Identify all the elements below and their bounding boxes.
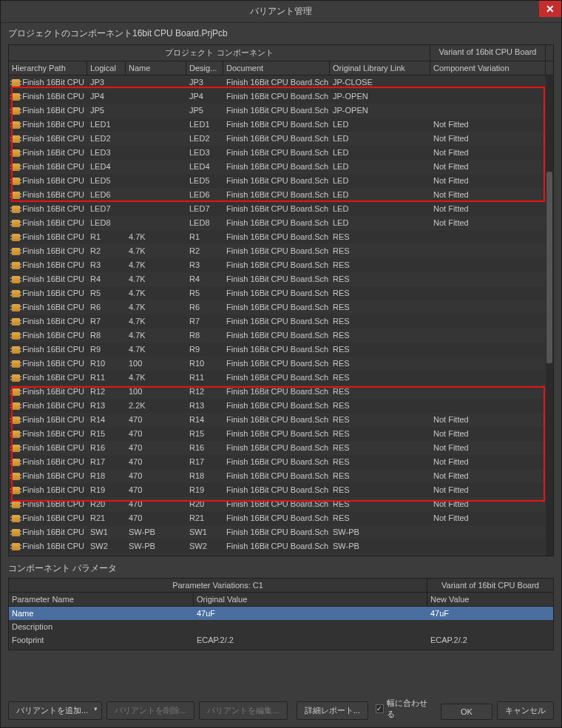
table-row[interactable]: Finish 16Bit CPUR20470R20Finish 16Bit CP…	[9, 497, 553, 511]
table-row[interactable]: Finish 16Bit CPUR44.7KR4Finish 16Bit CPU…	[9, 272, 553, 286]
table-row[interactable]: Finish 16Bit CPUR17470R17Finish 16Bit CP…	[9, 455, 553, 469]
param-row[interactable]: Description	[9, 620, 553, 633]
cell-original-library-link: LED	[330, 188, 430, 202]
cell-component-variation: Not Fitted	[430, 174, 546, 188]
cell-designator: R19	[186, 483, 223, 497]
cell-hierarchy: Finish 16Bit CPU	[9, 258, 87, 272]
variant-manager-window: バリアント管理 ✕ プロジェクトのコンポーネント16bit CPU Board.…	[0, 0, 562, 728]
component-icon	[12, 515, 20, 522]
param-band-row: Parameter Variations: C1 Variant of 16bi…	[9, 579, 553, 593]
table-row[interactable]: Finish 16Bit CPUR54.7KR5Finish 16Bit CPU…	[9, 286, 553, 300]
table-row[interactable]: Finish 16Bit CPUR14470R14Finish 16Bit CP…	[9, 413, 553, 427]
ok-button[interactable]: OK	[441, 704, 492, 720]
param-row[interactable]: FootprintECAP.2/.2ECAP.2/.2	[9, 633, 553, 647]
table-row[interactable]: Finish 16Bit CPUSW2SW-PBSW2Finish 16Bit …	[9, 539, 553, 553]
cell-logical: R3	[87, 258, 126, 272]
param-rows[interactable]: Name47uF47uFDescriptionFootprintECAP.2/.…	[9, 607, 553, 650]
cell-original-library-link: RES	[330, 441, 430, 455]
cell-name	[126, 90, 186, 104]
fit-width-checkbox[interactable]: ✓ 幅に合わせる	[376, 698, 433, 720]
table-row[interactable]: Finish 16Bit CPULED4LED4Finish 16Bit CPU…	[9, 160, 553, 174]
table-row[interactable]: Finish 16Bit CPUR94.7KR9Finish 16Bit CPU…	[9, 343, 553, 357]
pcell-new: ECAP.2/.2	[427, 633, 553, 647]
cell-component-variation	[430, 553, 546, 556]
add-variant-button[interactable]: バリアントを追加...	[8, 701, 102, 720]
param-column-headers[interactable]: Parameter Name Original Value New Value	[9, 593, 553, 607]
grid-band-row: プロジェクト コンポーネント Variant of 16bit CPU Boar…	[9, 45, 553, 61]
cancel-button[interactable]: キャンセル	[497, 701, 554, 720]
table-row[interactable]: Finish 16Bit CPUR18470R18Finish 16Bit CP…	[9, 469, 553, 483]
col-name[interactable]: Name	[126, 61, 186, 75]
table-row[interactable]: Finish 16Bit CPUR15470R15Finish 16Bit CP…	[9, 427, 553, 441]
table-row[interactable]: Finish 16Bit CPUR34.7KR3Finish 16Bit CPU…	[9, 258, 553, 272]
table-row[interactable]: Finish 16Bit CPULED6LED6Finish 16Bit CPU…	[9, 188, 553, 202]
table-row[interactable]: Finish 16Bit CPULED5LED5Finish 16Bit CPU…	[9, 174, 553, 188]
table-row[interactable]: Finish 16Bit CPULED7LED7Finish 16Bit CPU…	[9, 202, 553, 216]
cell-logical: SW1	[87, 525, 126, 539]
pcol-new-value[interactable]: New Value	[427, 593, 553, 606]
table-row[interactable]: Finish 16Bit CPUR24.7KR2Finish 16Bit CPU…	[9, 244, 553, 258]
cell-document: Finish 16Bit CPU Board.Sch	[223, 413, 330, 427]
cell-hierarchy: Finish 16Bit CPU	[9, 160, 87, 174]
table-row[interactable]: Finish 16Bit CPUR74.7KR7Finish 16Bit CPU…	[9, 314, 553, 328]
col-hierarchy-path[interactable]: Hierarchy Path	[9, 61, 87, 75]
table-row[interactable]: Finish 16Bit CPULED1LED1Finish 16Bit CPU…	[9, 118, 553, 132]
table-row[interactable]: Finish 16Bit CPUR16470R16Finish 16Bit CP…	[9, 441, 553, 455]
component-icon	[12, 529, 20, 536]
grid-column-headers[interactable]: Hierarchy Path Logical Name Desig... Doc…	[9, 61, 553, 75]
table-row[interactable]: Finish 16Bit CPUJP3JP3Finish 16Bit CPU B…	[9, 75, 553, 90]
component-icon	[12, 262, 20, 269]
col-designator[interactable]: Desig...	[186, 61, 223, 75]
table-row[interactable]: Finish 16Bit CPULED2LED2Finish 16Bit CPU…	[9, 132, 553, 146]
table-row[interactable]: Finish 16Bit CPUR84.7KR8Finish 16Bit CPU…	[9, 328, 553, 343]
table-row[interactable]: Finish 16Bit CPUR64.7KR6Finish 16Bit CPU…	[9, 300, 553, 314]
cell-original-library-link: RES	[330, 427, 430, 441]
table-row[interactable]: Finish 16Bit CPUJP4JP4Finish 16Bit CPU B…	[9, 90, 553, 104]
param-row[interactable]: Name47uF47uF	[9, 607, 553, 620]
col-document[interactable]: Document	[223, 61, 330, 75]
cell-document: Finish 16Bit CPU Board.Sch	[223, 343, 330, 357]
vertical-scrollbar[interactable]	[546, 75, 553, 556]
cell-component-variation: Not Fitted	[430, 202, 546, 216]
col-logical[interactable]: Logical	[87, 61, 126, 75]
table-row[interactable]: Finish 16Bit CPULED3LED3Finish 16Bit CPU…	[9, 146, 553, 160]
pcol-original-value[interactable]: Original Value	[194, 593, 427, 606]
cell-name: 4.7K	[126, 343, 186, 357]
table-row[interactable]: Finish 16Bit CPUR114.7KR11Finish 16Bit C…	[9, 371, 553, 385]
col-component-variation[interactable]: Component Variation	[430, 61, 546, 75]
table-row[interactable]: Finish 16Bit CPUR21470R21Finish 16Bit CP…	[9, 511, 553, 525]
detailed-report-button[interactable]: 詳細レポート...	[297, 701, 368, 720]
cell-component-variation	[430, 244, 546, 258]
cell-hierarchy: Finish 16Bit CPU	[9, 132, 87, 146]
cell-name: 4.7K	[126, 328, 186, 343]
table-row[interactable]: Finish 16Bit CPUR12100R12Finish 16Bit CP…	[9, 385, 553, 399]
table-row[interactable]: Finish 16Bit CPUR19470R19Finish 16Bit CP…	[9, 483, 553, 497]
window-title: バリアント管理	[1, 5, 561, 18]
cell-logical: R7	[87, 314, 126, 328]
table-row[interactable]: Finish 16Bit CPUJP5JP5Finish 16Bit CPU B…	[9, 104, 553, 118]
col-original-library-link[interactable]: Original Library Link	[330, 61, 430, 75]
table-row[interactable]: Finish 16Bit CPUR132.2KR13Finish 16Bit C…	[9, 399, 553, 413]
cell-designator: LED8	[186, 216, 223, 230]
cell-name: 470	[126, 427, 186, 441]
cell-designator: LED4	[186, 160, 223, 174]
scrollbar-thumb[interactable]	[546, 172, 552, 364]
table-row[interactable]: Finish 16Bit CPUSW1SW-PBSW1Finish 16Bit …	[9, 525, 553, 539]
table-row[interactable]: Finish 16Bit CPUU1M3062FGAFPU1Finish 16B…	[9, 553, 553, 556]
cell-original-library-link: RES	[330, 230, 430, 244]
pcol-parameter-name[interactable]: Parameter Name	[9, 593, 194, 606]
component-icon	[12, 206, 20, 213]
component-icon	[12, 374, 20, 382]
cell-original-library-link: RES	[330, 497, 430, 511]
cell-document: Finish 16Bit CPU Board.Sch	[223, 427, 330, 441]
cell-document: Finish 16Bit CPU Board.Sch	[223, 399, 330, 413]
close-button[interactable]: ✕	[539, 1, 561, 17]
table-row[interactable]: Finish 16Bit CPUR10100R10Finish 16Bit CP…	[9, 357, 553, 371]
grid-rows[interactable]: Finish 16Bit CPUJP3JP3Finish 16Bit CPU B…	[9, 75, 553, 556]
edit-variant-button[interactable]: バリアントを編集...	[199, 701, 287, 720]
cell-hierarchy: Finish 16Bit CPU	[9, 202, 87, 216]
delete-variant-button[interactable]: バリアントを削除...	[106, 701, 194, 720]
table-row[interactable]: Finish 16Bit CPULED8LED8Finish 16Bit CPU…	[9, 216, 553, 230]
component-icon	[12, 445, 20, 452]
table-row[interactable]: Finish 16Bit CPUR14.7KR1Finish 16Bit CPU…	[9, 230, 553, 244]
